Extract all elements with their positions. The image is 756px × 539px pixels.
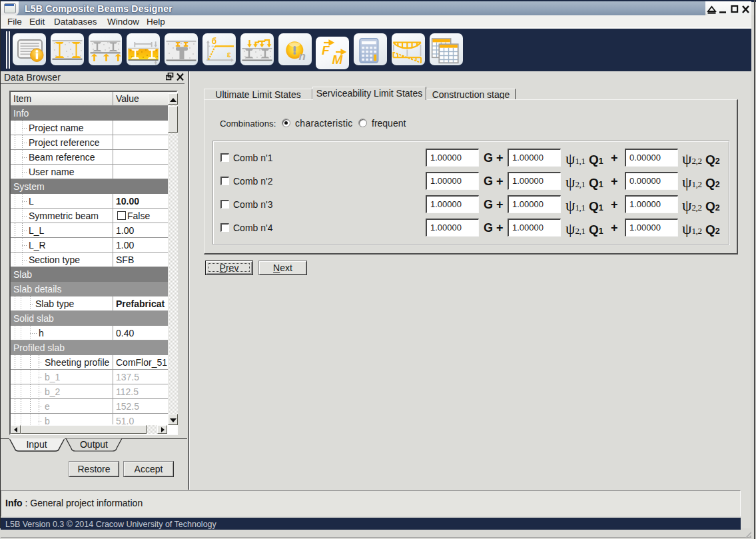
svg-text:ε: ε xyxy=(227,50,231,59)
svg-text:n: n xyxy=(299,50,306,63)
svg-text:Input: Input xyxy=(26,439,47,450)
svg-text:Output: Output xyxy=(80,439,108,450)
svg-text:б: б xyxy=(212,37,216,46)
svg-text:M: M xyxy=(332,53,344,67)
